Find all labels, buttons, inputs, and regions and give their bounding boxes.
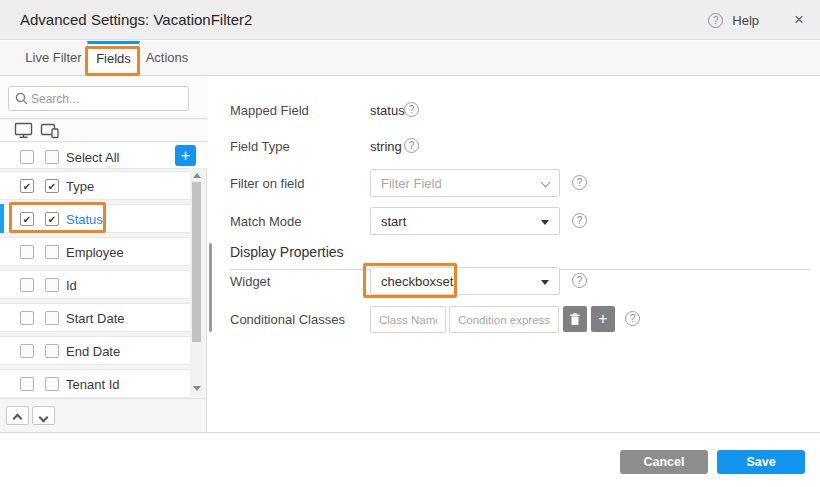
help-icon[interactable]: ? bbox=[404, 138, 419, 153]
scroll-up-icon[interactable] bbox=[193, 173, 201, 178]
web-checkbox[interactable] bbox=[20, 377, 34, 391]
help-icon[interactable]: ? bbox=[625, 311, 640, 326]
field-label: End Date bbox=[66, 344, 120, 359]
class-name-input[interactable] bbox=[370, 306, 446, 333]
chevron-up-icon bbox=[13, 414, 23, 424]
web-checkbox[interactable]: ✔ bbox=[20, 179, 34, 193]
field-label: Id bbox=[66, 278, 77, 293]
reorder-strip bbox=[0, 398, 206, 432]
match-mode-label: Match Mode bbox=[230, 214, 302, 229]
condition-expression-input[interactable] bbox=[449, 306, 559, 333]
conditional-classes-label: Conditional Classes bbox=[230, 312, 345, 327]
chevron-down-icon bbox=[39, 412, 49, 422]
mobile-checkbox[interactable]: ✔ bbox=[45, 179, 59, 193]
mobile-checkbox[interactable] bbox=[45, 377, 59, 391]
filter-on-field-label: Filter on field bbox=[230, 176, 304, 191]
mobile-checkbox[interactable] bbox=[45, 245, 59, 259]
checkbox-mark: ✔ bbox=[46, 180, 58, 193]
field-type-label: Field Type bbox=[230, 139, 290, 154]
field-type-value: string bbox=[370, 139, 402, 154]
add-class-button[interactable]: + bbox=[591, 306, 615, 332]
select-value: checkboxset bbox=[381, 274, 453, 289]
mobile-checkbox[interactable] bbox=[45, 344, 59, 358]
web-checkbox[interactable] bbox=[20, 311, 34, 325]
field-row-tenant-id[interactable]: Tenant Id bbox=[0, 369, 190, 398]
field-settings-panel: Mapped Field status ? Field Type string … bbox=[208, 76, 820, 432]
search-box[interactable] bbox=[8, 86, 189, 111]
help-icon[interactable]: ? bbox=[572, 273, 587, 288]
tab-live-filter[interactable]: Live Filter bbox=[20, 41, 87, 76]
dialog-title: Advanced Settings: VacationFilter2 bbox=[20, 0, 252, 40]
trash-icon bbox=[569, 313, 581, 326]
help-link[interactable]: Help bbox=[732, 13, 759, 28]
help-icon[interactable]: ? bbox=[572, 175, 587, 190]
save-button[interactable]: Save bbox=[717, 450, 805, 474]
title-bar: Advanced Settings: VacationFilter2 ? Hel… bbox=[0, 0, 820, 40]
scroll-down-icon[interactable] bbox=[193, 386, 201, 391]
mapped-field-value: status bbox=[370, 103, 405, 118]
mapped-field-label: Mapped Field bbox=[230, 103, 309, 118]
footer-divider bbox=[0, 432, 820, 433]
tab-actions[interactable]: Actions bbox=[140, 41, 194, 76]
field-row-id[interactable]: Id bbox=[0, 270, 190, 299]
web-checkbox[interactable] bbox=[20, 245, 34, 259]
search-input[interactable] bbox=[31, 88, 181, 109]
device-toggle-section bbox=[0, 120, 207, 142]
select-all-web-checkbox[interactable] bbox=[20, 150, 34, 164]
field-label: Tenant Id bbox=[66, 377, 120, 392]
caret-down-icon bbox=[541, 220, 549, 225]
list-scrollbar[interactable] bbox=[190, 168, 203, 396]
web-checkbox[interactable] bbox=[20, 344, 34, 358]
move-down-button[interactable] bbox=[32, 406, 55, 425]
field-label: Employee bbox=[66, 245, 124, 260]
field-row-status[interactable]: ✔ ✔ Status bbox=[0, 204, 190, 233]
mobile-checkbox[interactable] bbox=[45, 278, 59, 292]
filter-on-field-select[interactable]: Filter Field bbox=[370, 169, 560, 197]
close-icon[interactable]: × bbox=[794, 0, 804, 40]
match-mode-select[interactable]: start bbox=[370, 207, 560, 235]
field-label: Status bbox=[66, 212, 103, 227]
delete-class-button[interactable] bbox=[563, 306, 587, 332]
move-up-button[interactable] bbox=[6, 406, 29, 425]
search-section bbox=[0, 76, 207, 119]
scrollbar-thumb[interactable] bbox=[192, 182, 201, 342]
mobile-checkbox[interactable]: ✔ bbox=[45, 212, 59, 226]
tab-bar: Live Filter Fields Actions bbox=[0, 41, 820, 76]
tablet-mobile-icon[interactable] bbox=[40, 122, 60, 139]
help-icon[interactable]: ? bbox=[404, 102, 419, 117]
checkbox-mark: ✔ bbox=[46, 213, 58, 226]
widget-select[interactable]: checkboxset bbox=[370, 267, 560, 295]
fields-sidebar: Select All + ✔ ✔ Type ✔ ✔ Status Employe… bbox=[0, 76, 207, 432]
field-row-employee[interactable]: Employee bbox=[0, 237, 190, 266]
caret-down-icon bbox=[541, 280, 549, 285]
selected-indicator bbox=[0, 204, 4, 233]
mobile-checkbox[interactable] bbox=[45, 311, 59, 325]
web-checkbox[interactable] bbox=[20, 278, 34, 292]
field-row-end-date[interactable]: End Date bbox=[0, 336, 190, 365]
cancel-button[interactable]: Cancel bbox=[620, 450, 708, 474]
help-icon[interactable]: ? bbox=[572, 213, 587, 228]
chevron-down-icon bbox=[541, 178, 551, 188]
help-icon[interactable]: ? bbox=[708, 13, 723, 28]
widget-label: Widget bbox=[230, 274, 270, 289]
select-all-label: Select All bbox=[66, 150, 119, 165]
search-icon bbox=[15, 92, 28, 105]
add-field-button[interactable]: + bbox=[175, 145, 196, 166]
field-label: Type bbox=[66, 179, 94, 194]
panel-scrollbar-thumb[interactable] bbox=[209, 243, 212, 332]
checkbox-mark: ✔ bbox=[21, 213, 33, 226]
desktop-icon[interactable] bbox=[14, 122, 33, 139]
select-all-row[interactable]: Select All + bbox=[0, 143, 207, 169]
field-label: Start Date bbox=[66, 311, 125, 326]
tab-fields[interactable]: Fields bbox=[87, 41, 140, 76]
select-value: start bbox=[381, 214, 406, 229]
field-row-type[interactable]: ✔ ✔ Type bbox=[0, 171, 190, 200]
select-value: Filter Field bbox=[381, 176, 442, 191]
select-all-mobile-checkbox[interactable] bbox=[45, 150, 59, 164]
field-row-start-date[interactable]: Start Date bbox=[0, 303, 190, 332]
advanced-settings-dialog: Advanced Settings: VacationFilter2 ? Hel… bbox=[0, 0, 820, 487]
web-checkbox[interactable]: ✔ bbox=[20, 212, 34, 226]
checkbox-mark: ✔ bbox=[21, 180, 33, 193]
